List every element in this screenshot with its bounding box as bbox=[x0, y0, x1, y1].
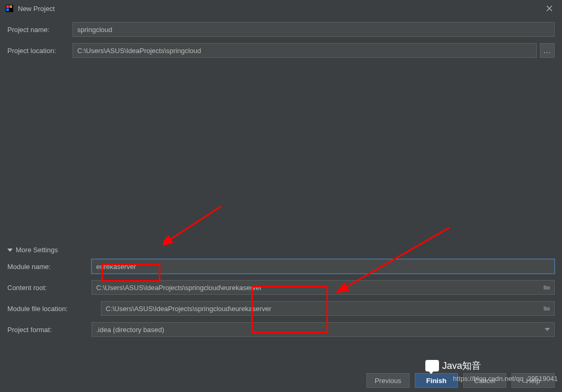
chevron-down-icon bbox=[7, 249, 13, 252]
content-root-row: Content root: C:\Users\ASUS\IdeaProjects… bbox=[7, 280, 555, 295]
module-file-location-label: Module file location: bbox=[7, 305, 101, 313]
project-format-row: Project format: .idea (directory based) bbox=[7, 322, 555, 337]
module-name-input[interactable] bbox=[91, 259, 555, 274]
finish-button[interactable]: Finish bbox=[415, 373, 458, 388]
watermark-logo: Java知音 bbox=[425, 359, 481, 372]
more-settings-label: More Settings bbox=[16, 246, 58, 254]
folder-icon[interactable] bbox=[543, 283, 551, 292]
chevron-down-icon bbox=[545, 328, 550, 331]
module-name-label: Module name: bbox=[7, 263, 91, 271]
form-area: Project name: Project location: ... bbox=[0, 17, 562, 58]
svg-rect-2 bbox=[9, 5, 12, 8]
module-file-location-value: C:\Users\ASUS\IdeaProjects\springcloud\e… bbox=[105, 305, 543, 313]
project-name-input[interactable] bbox=[73, 22, 555, 37]
project-location-row: Project location: ... bbox=[7, 43, 555, 58]
folder-icon[interactable] bbox=[543, 304, 551, 313]
module-name-row: Module name: bbox=[7, 259, 555, 274]
project-format-select[interactable]: .idea (directory based) bbox=[91, 322, 555, 337]
svg-rect-1 bbox=[6, 5, 9, 8]
project-format-value: .idea (directory based) bbox=[96, 326, 164, 334]
close-icon[interactable] bbox=[542, 1, 557, 16]
browse-button[interactable]: ... bbox=[540, 43, 555, 58]
wechat-icon bbox=[425, 360, 439, 372]
project-format-label: Project format: bbox=[7, 326, 91, 334]
project-name-label: Project name: bbox=[7, 26, 73, 34]
project-location-input[interactable] bbox=[73, 43, 537, 58]
module-file-location-input[interactable]: C:\Users\ASUS\IdeaProjects\springcloud\e… bbox=[101, 301, 555, 316]
svg-rect-3 bbox=[6, 8, 9, 11]
help-button[interactable]: Help bbox=[512, 373, 555, 388]
content-root-input[interactable]: C:\Users\ASUS\IdeaProjects\springcloud\e… bbox=[91, 280, 555, 295]
previous-button[interactable]: Previous bbox=[366, 373, 410, 388]
footer: Previous Finish Cancel Help bbox=[0, 373, 562, 388]
intellij-icon bbox=[5, 4, 14, 13]
cancel-button[interactable]: Cancel bbox=[463, 373, 506, 388]
more-settings-toggle[interactable]: More Settings bbox=[0, 243, 562, 259]
more-settings-block: Module name: Content root: C:\Users\ASUS… bbox=[0, 259, 562, 337]
titlebar: New Project bbox=[0, 0, 562, 17]
project-name-row: Project name: bbox=[7, 22, 555, 37]
module-file-location-row: Module file location: C:\Users\ASUS\Idea… bbox=[7, 301, 555, 316]
content-root-value: C:\Users\ASUS\IdeaProjects\springcloud\e… bbox=[95, 284, 543, 292]
project-location-label: Project location: bbox=[7, 47, 73, 55]
window-title: New Project bbox=[18, 5, 55, 13]
empty-space bbox=[0, 64, 562, 243]
watermark-logo-text: Java知音 bbox=[442, 359, 481, 372]
content-root-label: Content root: bbox=[7, 284, 91, 292]
